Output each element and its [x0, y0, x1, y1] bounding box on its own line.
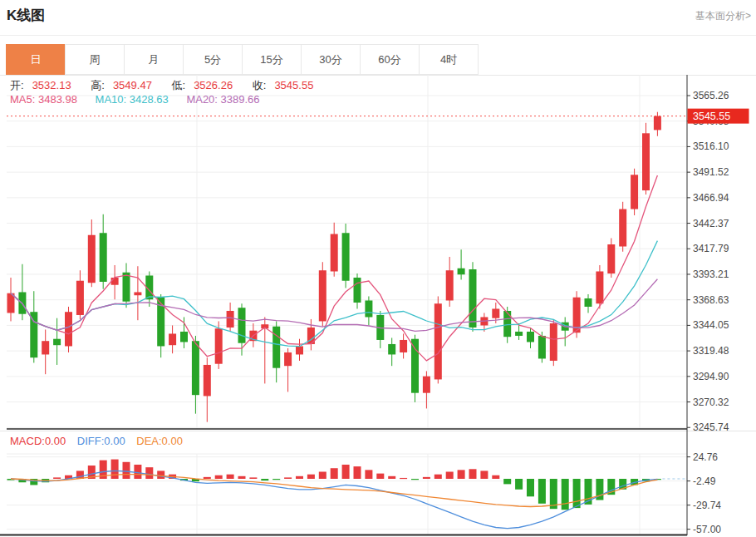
- macd-bar: [365, 470, 372, 479]
- page-title: K线图: [7, 6, 45, 25]
- candle-body: [400, 340, 407, 352]
- macd-value: MACD:0.00: [10, 435, 66, 447]
- price-axis-label: 3294.90: [693, 371, 729, 382]
- ohlc-legend: 开:3532.13 高:3549.47 低:3526.26 收:3545.55: [10, 78, 330, 93]
- candle-body: [272, 327, 280, 368]
- price-axis-label: 3368.63: [693, 294, 729, 306]
- macd-bar: [238, 476, 246, 479]
- macd-bar: [272, 479, 280, 480]
- macd-bar: [53, 477, 61, 479]
- candle-body: [123, 273, 130, 302]
- price-axis-label: 3245.74: [693, 421, 729, 433]
- macd-bar: [423, 477, 430, 479]
- macd-bar: [261, 479, 268, 480]
- price-axis-label: 3565.26: [693, 90, 729, 101]
- period-tab-bar: 日周月5分15分30分60分4时: [7, 44, 479, 75]
- tab-周[interactable]: 周: [65, 44, 125, 75]
- header-divider: [0, 35, 756, 36]
- candle-body: [503, 311, 511, 337]
- macd-bar: [249, 477, 257, 479]
- tab-60分[interactable]: 60分: [360, 44, 420, 75]
- candle-body: [100, 233, 107, 282]
- open-value: 3532.13: [32, 79, 71, 91]
- dea-line: [11, 475, 657, 507]
- candle-body: [515, 332, 523, 336]
- close-value: 3545.55: [274, 79, 313, 91]
- tab-15分[interactable]: 15分: [242, 44, 302, 75]
- macd-bar: [296, 476, 303, 479]
- candle-body: [192, 341, 199, 395]
- candle-body: [619, 209, 626, 247]
- candle-body: [42, 341, 49, 354]
- macd-bar: [376, 474, 384, 479]
- high-label: 高:: [91, 79, 105, 91]
- tab-月[interactable]: 月: [124, 44, 184, 75]
- candle-body: [411, 339, 419, 393]
- tab-日[interactable]: 日: [6, 44, 66, 75]
- candle-body: [642, 133, 650, 190]
- candle-body: [631, 175, 638, 209]
- dea-value: DEA:0.00: [136, 435, 183, 447]
- candle-body: [88, 235, 96, 283]
- macd-bar: [145, 467, 153, 479]
- price-axis-label: 3516.10: [693, 140, 729, 152]
- macd-bar: [354, 466, 361, 479]
- candle-body: [354, 278, 361, 303]
- candle-body: [423, 377, 430, 393]
- candle-body: [169, 333, 176, 345]
- low-label: 低:: [172, 79, 186, 91]
- candle-body: [204, 365, 211, 396]
- macd-bar: [331, 468, 338, 479]
- macd-bar: [538, 479, 546, 504]
- candle-body: [365, 300, 372, 317]
- macd-bar: [319, 471, 326, 479]
- macd-bar: [227, 475, 234, 479]
- candle-body: [284, 352, 292, 366]
- kline-chart-svg: 3565.263540.683516.103491.523466.943442.…: [0, 75, 756, 537]
- price-axis-label: 3491.52: [693, 166, 729, 178]
- candle-body: [596, 271, 603, 303]
- open-label: 开:: [10, 79, 24, 91]
- price-axis-label: 3442.37: [693, 218, 729, 229]
- candle-body: [180, 332, 188, 342]
- macd-bar: [480, 470, 488, 479]
- price-axis-label: 3270.32: [693, 397, 729, 408]
- candle-body: [65, 312, 72, 346]
- macd-bar: [562, 479, 569, 510]
- kline-page: K线图 基本面分析> 日周月5分15分30分60分4时 开:3532.13 高:…: [0, 0, 756, 537]
- high-value: 3549.47: [113, 79, 152, 91]
- candle-body: [550, 323, 557, 361]
- candle-body: [342, 233, 350, 280]
- macd-bar: [284, 477, 292, 479]
- ma5-value: MA5: 3483.98: [10, 93, 77, 106]
- tab-4时[interactable]: 4时: [419, 44, 479, 75]
- candle-body: [446, 270, 454, 300]
- macd-axis-label: -2.49: [693, 475, 716, 487]
- macd-bar: [411, 479, 419, 480]
- current-price-badge-text: 3545.55: [693, 111, 730, 122]
- candle-body: [319, 270, 326, 321]
- macd-bar: [307, 475, 315, 479]
- ma10-value: MA10: 3428.63: [96, 93, 169, 106]
- tab-5分[interactable]: 5分: [183, 44, 243, 75]
- candle-body: [76, 281, 84, 315]
- candle-body: [585, 298, 592, 307]
- candle-body: [458, 268, 465, 274]
- candle-body: [30, 312, 37, 357]
- macd-bar: [492, 475, 499, 479]
- candle-body: [215, 328, 223, 363]
- ma-legend: MA5: 3483.98 MA10: 3428.63 MA20: 3389.66: [10, 93, 268, 106]
- fundamental-analysis-link[interactable]: 基本面分析>: [695, 9, 751, 23]
- candle-body: [527, 332, 534, 342]
- candle-body: [388, 344, 395, 354]
- price-axis-label: 3417.79: [693, 243, 729, 254]
- candle-body: [134, 292, 141, 295]
- tab-30分[interactable]: 30分: [301, 44, 361, 75]
- macd-bar: [123, 462, 130, 479]
- candle-body: [53, 339, 61, 345]
- candle-body: [607, 244, 615, 273]
- candle-body: [238, 308, 246, 342]
- price-axis-label: 3466.94: [693, 192, 729, 204]
- diff-line: [11, 470, 657, 528]
- candle-body: [434, 303, 442, 379]
